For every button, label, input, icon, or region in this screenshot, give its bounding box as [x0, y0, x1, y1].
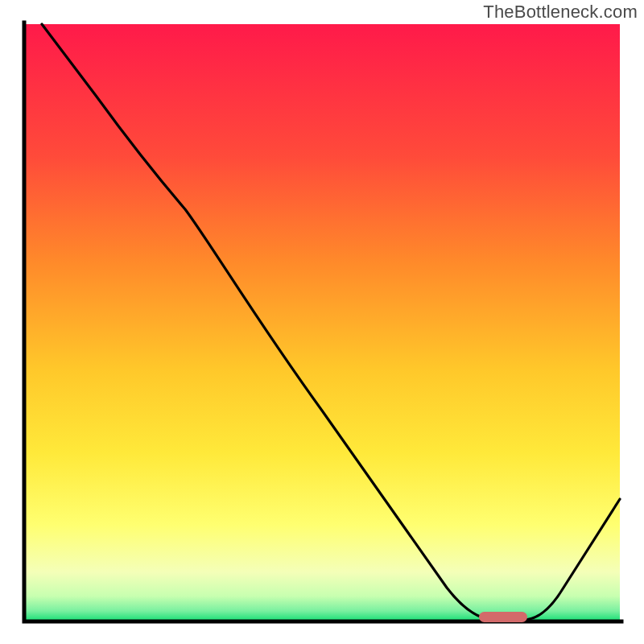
- chart-canvas: TheBottleneck.com: [0, 0, 644, 644]
- minimum-marker: [479, 612, 527, 622]
- gradient-background: [24, 24, 620, 620]
- watermark-text: TheBottleneck.com: [483, 2, 638, 23]
- plot-area: [24, 23, 621, 622]
- chart-svg: [0, 0, 644, 644]
